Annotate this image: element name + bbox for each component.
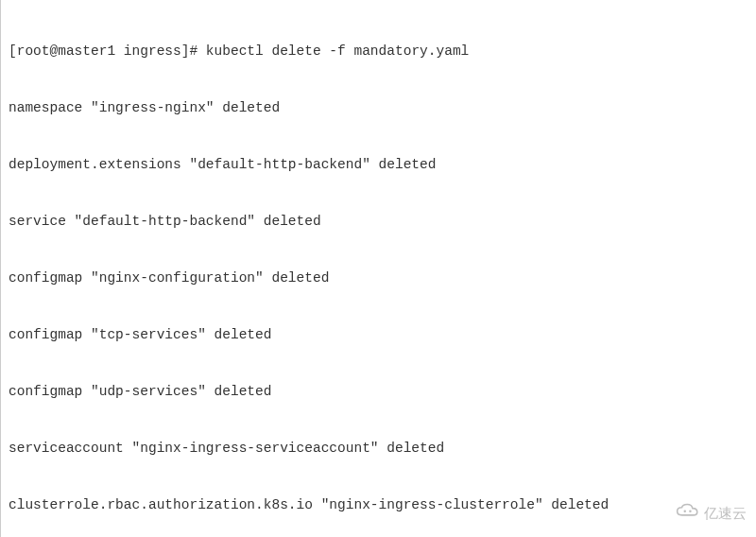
output-line: serviceaccount "nginx-ingress-serviceacc… (9, 439, 748, 458)
cloud-icon (676, 502, 700, 524)
shell-command: kubectl delete -f mandatory.yaml (206, 43, 469, 59)
command-line-1: [root@master1 ingress]# kubectl delete -… (9, 42, 748, 61)
watermark: 亿速云 (676, 502, 747, 524)
output-line: configmap "nginx-configuration" deleted (9, 268, 748, 287)
output-line: namespace "ingress-nginx" deleted (9, 98, 748, 117)
svg-point-0 (684, 511, 686, 512)
output-line: configmap "tcp-services" deleted (9, 325, 748, 344)
output-line: deployment.extensions "default-http-back… (9, 155, 748, 174)
output-line: clusterrole.rbac.authorization.k8s.io "n… (9, 495, 748, 514)
output-line: configmap "udp-services" deleted (9, 382, 748, 401)
output-line: service "default-http-backend" deleted (9, 212, 748, 231)
terminal-output[interactable]: [root@master1 ingress]# kubectl delete -… (9, 4, 748, 537)
svg-point-1 (689, 511, 691, 512)
watermark-text: 亿速云 (704, 504, 747, 523)
shell-prompt: [root@master1 ingress]# (9, 43, 206, 59)
